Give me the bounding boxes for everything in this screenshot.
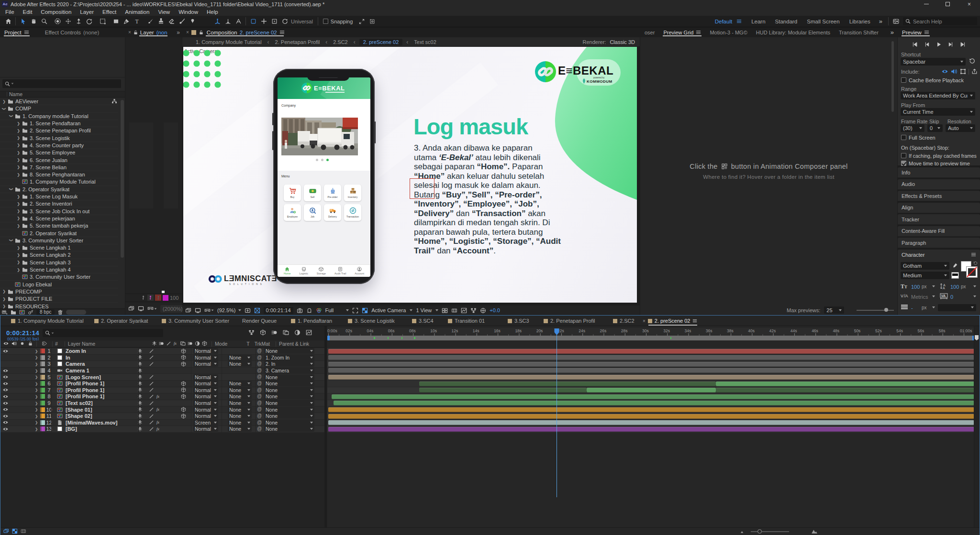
timeline-tab-2-operator-syarikat[interactable]: 2. Operator Syarikat [94,316,148,326]
type-tool[interactable]: T [132,16,142,27]
fill-stroke-swatches[interactable] [961,261,978,277]
tab-transition-shifter[interactable]: Transition Shifter [835,27,883,37]
tab-preview[interactable]: Preview [898,27,934,37]
keyframe-marker[interactable] [388,337,389,339]
tracking-value-caret[interactable] [973,295,976,297]
layer-name[interactable]: [BG] [66,426,137,432]
goggles-icon[interactable] [204,307,211,314]
layer-pickwhip-icon[interactable]: @ [257,387,262,393]
layer-duration-bar[interactable] [328,420,974,425]
expand-arrow-icon[interactable]: ❯ [16,209,21,213]
timeline-tab-2-prescene-02[interactable]: ×2. preScene 02 [643,316,697,326]
menu-edit[interactable]: Edit [19,9,37,15]
layer-expander-icon[interactable]: ❯ [35,355,39,360]
layer-pickwhip-icon[interactable]: @ [257,361,262,366]
plus-tool[interactable] [258,16,269,27]
prevframe-button[interactable] [924,42,930,47]
layer-duration-bar[interactable] [328,414,974,419]
switch-frame-blend-icon[interactable] [180,341,186,346]
layer-parent-dropdown[interactable]: None [264,381,314,386]
hand-tool[interactable] [28,16,39,27]
eye-icon[interactable] [3,374,8,380]
maximize-button[interactable] [937,0,958,8]
layer-parent-dropdown[interactable]: None [264,400,314,406]
switch-quality-icon[interactable] [149,394,154,399]
switch-quality-icon[interactable] [149,381,154,386]
toggle-expand-layers[interactable] [3,528,9,535]
panel-header-character[interactable]: Character [898,250,980,260]
work-area-bar[interactable] [327,336,974,340]
layer-row-2[interactable]: ❯2InNormalNone@1. Zoom In [0,355,324,361]
project-item-comp-1-company-module-tutorial[interactable]: 1. Company Module Tutorial [0,178,118,186]
layer-trkmat-dropdown[interactable]: None [228,426,252,432]
switch-3d-icon[interactable] [181,381,186,386]
flag-icon[interactable] [42,341,47,346]
layer-pickwhip-icon[interactable]: @ [257,426,262,431]
project-item-4-scene-counter-party[interactable]: ❯4. Scene Counter party [0,142,118,149]
timeline-tab-2-sc2[interactable]: 2.SC2 [613,316,635,326]
frame-rate-dropdown[interactable]: (30) [901,124,924,132]
expand-arrow-icon[interactable]: ❯ [16,151,21,155]
switch-3d-icon[interactable] [181,407,186,412]
eye-icon[interactable] [3,341,9,346]
menu-composition[interactable]: Composition [36,9,76,15]
expand-arrow-icon[interactable]: ❯ [2,304,6,308]
timeline-tab-render-queue[interactable]: Render Queue [242,316,277,326]
layer-name[interactable]: [MinimalWaves.mov] [66,420,137,426]
project-item-comp[interactable]: ❯COMP [0,105,118,112]
layer-pickwhip-icon[interactable]: @ [257,348,262,353]
phone-menu-card-delivery[interactable]: Delivery [324,204,341,221]
layer-parent-dropdown[interactable]: None [264,407,314,413]
eye-icon[interactable] [3,420,8,425]
layer-name[interactable]: Zoom In [66,348,137,354]
switch-3d-icon[interactable] [181,394,186,399]
phone-menu-card-buy[interactable]: Buy [284,185,301,201]
menu-effect[interactable]: Effect [98,9,121,15]
panel-header-effects-presets[interactable]: Effects & Presets [898,191,980,201]
layer-name[interactable]: [Text sc02] [66,400,137,406]
layer-duration-bar[interactable] [328,375,974,380]
kerning-value[interactable]: Metrics [911,294,928,300]
menu-view[interactable]: View [154,9,174,15]
layer-row-13[interactable]: ❯13[BG]fxNormalNone@None [0,426,324,433]
breadcrumb-1[interactable]: 2. Penetapan Profil [272,39,323,45]
layer-pickwhip-icon[interactable]: @ [257,400,262,405]
if-caching-checkbox[interactable] [901,153,906,158]
keyframe-marker[interactable] [670,337,672,339]
switch-3d-icon[interactable] [181,387,186,393]
expand-arrow-icon[interactable]: ❯ [16,173,21,177]
expand-arrow-icon[interactable]: ❯ [16,195,21,199]
panel-header-align[interactable]: Align [898,203,980,213]
renderer-value[interactable]: Classic 3D [606,39,640,45]
project-name-column[interactable]: Name [9,91,22,97]
layer-duration-bar[interactable] [328,349,974,354]
snap-box-tool[interactable] [269,16,279,27]
keyframe-marker[interactable] [374,337,375,339]
layer-duration-bar[interactable] [716,382,974,386]
layer-row-5[interactable]: ❯5[Logo Screen]Normal@None [0,374,324,381]
workspace-libraries[interactable]: Libraries [845,19,875,24]
toggle-expand-transfer[interactable] [12,528,18,535]
red-swatch[interactable] [155,295,161,301]
comp-camera-dropdown[interactable]: Active Camera [371,307,412,313]
layer-parent-dropdown[interactable]: 3. Camera [264,368,314,373]
snapping-checkbox[interactable] [323,19,328,24]
breadcrumb-2[interactable]: 2.SC2 [330,39,351,45]
search-help-input[interactable]: Search Help [903,17,977,25]
monitor-icon[interactable] [195,307,201,314]
layer-row-3[interactable]: ❯3CameraNormalNone@2. In [0,361,324,368]
layer-duration-bar[interactable] [328,362,974,367]
timeline-right-scroll-handle[interactable] [974,335,979,341]
timeline-tab-2-penetapan-profil[interactable]: 2. Penetapan Profil [544,316,595,326]
tab-composition[interactable]: Composition 2. preScene 02 [204,27,286,37]
menu-file[interactable]: File [1,9,19,15]
collapse-arrow-icon[interactable]: ❯ [9,187,13,191]
layer-parent-dropdown[interactable]: None [264,393,314,399]
switch-3d-icon[interactable] [181,355,186,360]
switch-quality-icon[interactable] [149,426,154,432]
brush-tool[interactable] [145,16,156,27]
dolly-tool[interactable] [73,16,84,27]
target-tool[interactable] [367,16,378,27]
layer-row-9[interactable]: ❯9[Text sc02]NormalNone@None [0,400,324,407]
layer-trkmat-dropdown[interactable]: None [228,381,252,386]
